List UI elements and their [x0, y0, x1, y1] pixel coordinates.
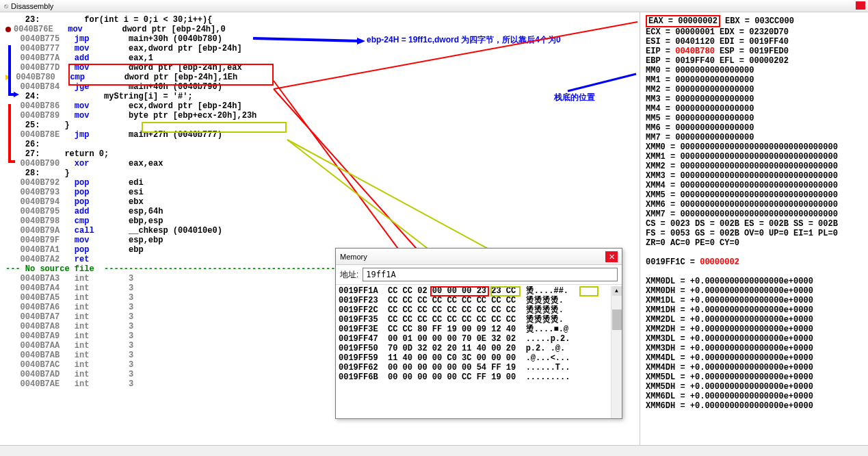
annotation-stackbase: 栈底的位置: [554, 92, 595, 103]
reg-mm3: MM3 = 0000000000000000: [646, 94, 863, 104]
reg-xmm1dh: XMM1DH = +0.0000000000000000e+0000: [646, 305, 863, 315]
disasm-line[interactable]: 23: for(int i = 0;i < 30;i++){: [5, 15, 640, 25]
memory-titlebar[interactable]: Memory ✕: [336, 249, 622, 265]
reg-xmm1dl: XMM1DL = +0.0000000000000000e+0000: [646, 296, 863, 305]
reg-mm5: MM5 = 0000000000000000: [646, 114, 863, 123]
memory-row[interactable]: 0019FF62 00 00 00 00 00 00 54 FF 19 ....…: [339, 363, 619, 372]
reg-eip-esp: EIP = 0040B780 ESP = 0019FED0: [646, 47, 863, 56]
memory-row[interactable]: 0019FF2C CC CC CC CC CC CC CC CC CC 烫烫烫烫…: [339, 305, 619, 315]
reg-xmm2dh: XMM2DH = +0.0000000000000000e+0000: [646, 325, 863, 334]
reg-seg1: CS = 0023 DS = 002B ES = 002B SS = 002B: [646, 219, 863, 229]
reg-watch: 0019FF1C = 00000002: [646, 257, 863, 267]
memory-window[interactable]: Memory ✕ 地址: 0019FF1A CC CC 02 00 00 00 …: [335, 248, 622, 419]
reg-xmm5: XMM5 = 00000000000000000000000000000000: [646, 190, 863, 200]
memory-addr-input[interactable]: [363, 268, 618, 281]
reg-xmm0dh: XMM0DH = +0.0000000000000000e+0000: [646, 286, 863, 296]
reg-xmm4: XMM4 = 00000000000000000000000000000000: [646, 181, 863, 190]
reg-mm6: MM6 = 0000000000000000: [646, 123, 863, 133]
reg-mm1: MM1 = 0000000000000000: [646, 75, 863, 85]
disasm-line[interactable]: 0040B77D mov dword ptr [ebp-24h],eax: [5, 63, 640, 73]
bottom-scrollbar[interactable]: [0, 445, 868, 456]
disasm-line[interactable]: 26:: [5, 140, 640, 149]
disasm-line[interactable]: 0040B784 jge main+40h (0040b790): [5, 82, 640, 92]
close-indicator: [856, 1, 865, 10]
disassembly-titlebar: ⎋ Disassembly: [0, 0, 868, 12]
scroll-thumb[interactable]: [612, 309, 622, 330]
reg-mm4: MM4 = 0000000000000000: [646, 104, 863, 114]
reg-xmm3: XMM3 = 00000000000000000000000000000000: [646, 171, 863, 181]
reg-xmm6dh: XMM6DH = +0.0000000000000000e+0000: [646, 401, 863, 411]
disasm-line[interactable]: 0040B793 pop esi: [5, 188, 640, 197]
memory-title: Memory: [340, 253, 367, 261]
disasm-line[interactable]: 27: return 0;: [5, 149, 640, 159]
disasm-icon: ⎋: [4, 2, 8, 10]
memory-row[interactable]: 0019FF59 11 40 00 00 C0 3C 00 00 00 .@..…: [339, 353, 619, 363]
reg-mm2: MM2 = 0000000000000000: [646, 85, 863, 94]
reg-xmm6: XMM6 = 00000000000000000000000000000000: [646, 200, 863, 210]
memory-row[interactable]: 0019FF6B 00 00 00 00 00 CC FF 19 00 ....…: [339, 372, 619, 382]
disasm-line[interactable]: 0040B76E mov dword ptr [ebp-24h],0: [5, 25, 640, 34]
reg-xmm6dl: XMM6DL = +0.0000000000000000e+0000: [646, 392, 863, 401]
reg-xmm4dl: XMM4DL = +0.0000000000000000e+0000: [646, 353, 863, 363]
memory-addr-label: 地址:: [340, 269, 358, 281]
disasm-line[interactable]: 0040B786 mov ecx,dword ptr [ebp-24h]: [5, 101, 640, 111]
registers-panel[interactable]: EAX = 00000002 EBX = 003CC000 ECX = 0000…: [640, 12, 868, 456]
disasm-line[interactable]: 0040B795 add esp,64h: [5, 207, 640, 216]
breakpoint-icon[interactable]: [5, 27, 11, 32]
memory-row[interactable]: 0019FF3E CC CC 80 FF 19 00 09 12 40 烫...…: [339, 325, 619, 334]
disassembly-title: Disassembly: [11, 2, 53, 10]
memory-row[interactable]: 0019FF35 CC CC CC CC CC CC CC CC CC 烫烫烫烫…: [339, 315, 619, 325]
reg-blank2: [646, 267, 863, 277]
reg-esi-edi: ESI = 00401120 EDI = 0019FF40: [646, 37, 863, 47]
disasm-line[interactable]: 0040B798 cmp ebp,esp: [5, 216, 640, 226]
memory-row[interactable]: 0019FF50 70 0D 32 02 20 11 40 00 20 p.2.…: [339, 344, 619, 353]
disasm-line[interactable]: 0040B79F mov esp,ebp: [5, 236, 640, 245]
reg-xmm2: XMM2 = 00000000000000000000000000000000: [646, 162, 863, 171]
reg-mm0: MM0 = 0000000000000000: [646, 66, 863, 75]
reg-blank: [646, 248, 863, 257]
annotation-ebp24: ebp-24H = 19ff1c,dword 为四字节，所以靠后4个为0: [367, 34, 561, 46]
disasm-line[interactable]: 24: myString[i] = '#';: [5, 92, 640, 101]
memory-row[interactable]: 0019FF23 CC CC CC CC CC CC CC CC CC 烫烫烫烫…: [339, 296, 619, 305]
reg-seg2: FS = 0053 GS = 002B OV=0 UP=0 EI=1 PL=0: [646, 229, 863, 238]
memory-row[interactable]: 0019FF1A CC CC 02 00 00 00 23 23 CC 烫...…: [339, 286, 619, 296]
disasm-line[interactable]: 0040B794 pop ebx: [5, 197, 640, 207]
memory-row[interactable]: 0019FF47 00 01 00 00 00 70 0E 32 02 ....…: [339, 334, 619, 344]
reg-xmm4dh: XMM4DH = +0.0000000000000000e+0000: [646, 363, 863, 372]
current-line-icon: [5, 75, 11, 80]
reg-xmm0: XMM0 = 00000000000000000000000000000000: [646, 142, 863, 152]
reg-xmm1: XMM1 = 00000000000000000000000000000000: [646, 152, 863, 162]
reg-flags: ZR=0 AC=0 PE=0 CY=0: [646, 238, 863, 248]
disasm-line[interactable]: 0040B77A add eax,1: [5, 53, 640, 63]
reg-mm7: MM7 = 0000000000000000: [646, 133, 863, 142]
memory-scrollbar[interactable]: ▲: [611, 286, 622, 418]
reg-eax-ebx: EAX = 00000002 EBX = 003CC000: [646, 15, 863, 27]
disasm-line[interactable]: 0040B780 cmp dword ptr [ebp-24h],1Eh: [5, 73, 640, 82]
reg-xmm5dh: XMM5DH = +0.0000000000000000e+0000: [646, 382, 863, 392]
reg-ebp-efl: EBP = 0019FF40 EFL = 00000202: [646, 56, 863, 66]
disasm-line[interactable]: 0040B789 mov byte ptr [ebp+ecx-20h],23h: [5, 111, 640, 121]
disasm-line[interactable]: 0040B79A call __chkesp (004010e0): [5, 226, 640, 236]
disasm-line[interactable]: 28: }: [5, 168, 640, 178]
reg-xmm3dl: XMM3DL = +0.0000000000000000e+0000: [646, 334, 863, 344]
close-icon[interactable]: ✕: [605, 251, 618, 262]
reg-xmm7: XMM7 = 00000000000000000000000000000000: [646, 210, 863, 219]
memory-body[interactable]: 0019FF1A CC CC 02 00 00 00 23 23 CC 烫...…: [336, 285, 622, 383]
disasm-line[interactable]: 25: }: [5, 121, 640, 130]
scroll-up-icon[interactable]: ▲: [612, 286, 622, 296]
reg-xmm2dl: XMM2DL = +0.0000000000000000e+0000: [646, 315, 863, 325]
disasm-line[interactable]: 0040B78E jmp main+27h (0040b777): [5, 130, 640, 140]
reg-xmm3dh: XMM3DH = +0.0000000000000000e+0000: [646, 344, 863, 353]
disasm-line[interactable]: 0040B790 xor eax,eax: [5, 159, 640, 168]
reg-xmm0dl: XMM0DL = +0.0000000000000000e+0000: [646, 277, 863, 286]
reg-ecx-edx: ECX = 00000001 EDX = 02320D70: [646, 27, 863, 37]
reg-xmm5dl: XMM5DL = +0.0000000000000000e+0000: [646, 372, 863, 382]
disasm-line[interactable]: 0040B792 pop edi: [5, 178, 640, 188]
